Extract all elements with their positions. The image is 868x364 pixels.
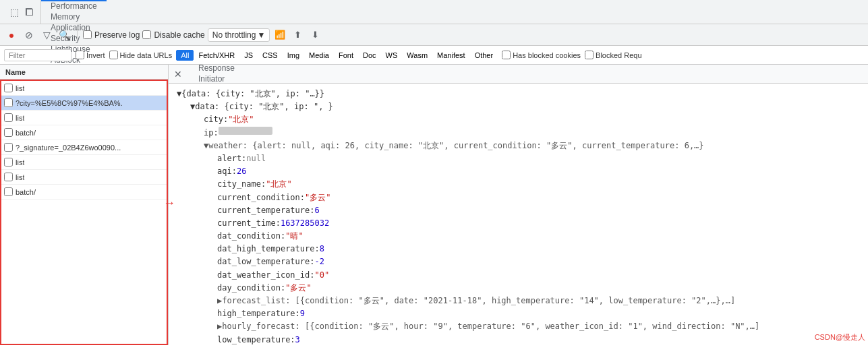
network-item-name: ?_signature=_02B4Z6wo0090... — [16, 144, 121, 152]
preserve-log-checkbox[interactable] — [83, 30, 92, 39]
network-item-checkbox[interactable] — [4, 128, 13, 137]
network-list[interactable]: list?city=%E5%8C%97%E4%BA%.listbatch/?_s… — [0, 80, 168, 345]
filter-type-font[interactable]: Font — [334, 50, 358, 61]
json-line: dat_low_temperature: -2 — [177, 255, 860, 268]
json-line: low_temperature: 3 — [177, 334, 860, 345]
filter-bar: Invert Hide data URLs AllFetch/XHRJSCSSI… — [0, 46, 868, 65]
json-line: dat_weather_icon_id: "0" — [177, 269, 860, 282]
filter-input[interactable] — [4, 49, 71, 61]
disable-cache-label: Disable cache — [154, 30, 204, 40]
json-line: aqi: 26 — [177, 165, 860, 178]
network-item[interactable]: batch/ — [1, 185, 167, 200]
json-line: high_temperature: 9 — [177, 307, 860, 320]
filter-type-img[interactable]: Img — [283, 50, 304, 61]
network-item-name: ?city=%E5%8C%97%E4%BA%. — [16, 99, 123, 107]
network-item-name: list — [16, 84, 24, 92]
json-line: dat_condition: "晴" — [177, 230, 860, 243]
network-toolbar: ● ⊘ ▽ 🔍 Preserve log Disable cache No th… — [0, 24, 868, 46]
network-item-name: list — [16, 114, 24, 122]
sub-tab-response[interactable]: Response — [190, 65, 243, 74]
network-item-checkbox[interactable] — [4, 158, 13, 166]
json-line: current_time: 1637285032 — [177, 217, 860, 230]
disable-cache-check[interactable]: Disable cache — [142, 30, 204, 40]
json-line: day_condition: "多云" — [177, 282, 860, 295]
json-line: city_name: "北京" — [177, 178, 860, 191]
record-button[interactable]: ● — [4, 28, 19, 42]
download-icon[interactable]: ⬇ — [308, 28, 322, 42]
network-item[interactable]: batch/ — [1, 125, 167, 140]
blocked-req-check[interactable]: Blocked Requ — [585, 51, 642, 59]
has-blocked-checkbox[interactable] — [502, 51, 511, 59]
network-item[interactable]: list — [1, 170, 167, 185]
wifi-icon[interactable]: 📶 — [272, 28, 287, 42]
toolbar-separator — [77, 29, 78, 41]
name-column-header: Name — [5, 68, 26, 76]
throttle-chevron: ▼ — [257, 30, 265, 40]
json-line: ▶forecast_list: [{condition: "多云", date:… — [177, 295, 860, 307]
json-line: city: "北京" — [177, 113, 860, 126]
blocked-req-checkbox[interactable] — [585, 51, 594, 59]
invert-label: Invert — [86, 51, 105, 59]
network-item-name: batch/ — [16, 129, 36, 137]
network-item[interactable]: ?_signature=_02B4Z6wo0090... — [1, 140, 167, 155]
network-item-name: list — [16, 158, 24, 166]
tab-bar: ⬚ ⧠ ElementsConsoleSourcesNetworkPerform… — [0, 0, 868, 24]
arrow-indicator: → — [163, 196, 175, 210]
filter-type-css[interactable]: CSS — [258, 50, 283, 61]
network-item-checkbox[interactable] — [4, 98, 13, 107]
hide-data-label: Hide data URLs — [120, 51, 173, 59]
network-item-name: batch/ — [16, 188, 36, 196]
hide-data-check[interactable]: Hide data URLs — [109, 51, 173, 59]
preserve-log-label: Preserve log — [94, 30, 140, 40]
network-item-checkbox[interactable] — [4, 187, 13, 196]
invert-check[interactable]: Invert — [76, 51, 105, 59]
filter-type-doc[interactable]: Doc — [358, 50, 381, 61]
network-item-checkbox[interactable] — [4, 113, 13, 122]
json-line: ▼weather: {alert: null, aqi: 26, city_na… — [177, 140, 860, 152]
json-line: ▼{data: {city: "北京", ip: "…}} — [177, 88, 860, 100]
filter-type-media[interactable]: Media — [304, 50, 334, 61]
preview-content[interactable]: ▼{data: {city: "北京", ip: "…}}▼data: {cit… — [169, 84, 868, 345]
devtools-icons: ⬚ ⧠ — [3, 0, 41, 24]
tab-memory[interactable]: Memory — [41, 12, 107, 23]
network-item[interactable]: list — [1, 111, 167, 125]
filter-type-js[interactable]: JS — [239, 50, 258, 61]
network-item-checkbox[interactable] — [4, 84, 13, 92]
inspect-icon[interactable]: ⬚ — [8, 6, 20, 18]
blocked-req-label: Blocked Requ — [596, 51, 642, 59]
main-content: Name list?city=%E5%8C%97%E4%BA%.listbatc… — [0, 65, 868, 345]
left-panel: Name list?city=%E5%8C%97%E4%BA%.listbatc… — [0, 65, 169, 345]
filter-type-fetch/xhr[interactable]: Fetch/XHR — [194, 50, 239, 61]
disable-cache-checkbox[interactable] — [142, 30, 151, 39]
upload-icon[interactable]: ⬆ — [290, 28, 305, 42]
tab-performance[interactable]: Performance — [41, 1, 107, 12]
has-blocked-check[interactable]: Has blocked cookies — [502, 51, 581, 59]
has-blocked-label: Has blocked cookies — [513, 51, 581, 59]
device-icon[interactable]: ⧠ — [23, 6, 35, 18]
json-line: current_temperature: 6 — [177, 204, 860, 217]
filter-button[interactable]: ▽ — [39, 28, 54, 42]
network-item[interactable]: list — [1, 81, 167, 96]
stop-button[interactable]: ⊘ — [22, 28, 36, 42]
network-item-checkbox[interactable] — [4, 143, 13, 152]
filter-type-all[interactable]: All — [176, 50, 194, 61]
network-item[interactable]: list — [1, 155, 167, 170]
filter-type-other[interactable]: Other — [470, 50, 498, 61]
search-button[interactable]: 🔍 — [57, 28, 71, 42]
json-line: alert: null — [177, 152, 860, 165]
left-panel-header: Name — [0, 65, 168, 80]
throttle-select[interactable]: No throttling ▼ — [208, 28, 270, 42]
filter-type-manifest[interactable]: Manifest — [432, 50, 470, 61]
network-item-checkbox[interactable] — [4, 173, 13, 181]
network-item[interactable]: ?city=%E5%8C%97%E4%BA%. — [1, 96, 167, 111]
filter-type-ws[interactable]: WS — [381, 50, 403, 61]
preserve-log-check[interactable]: Preserve log — [83, 30, 140, 40]
invert-checkbox[interactable] — [76, 51, 84, 59]
right-panel: ✕ HeadersPreviewResponseInitiatorTimingC… — [169, 65, 868, 345]
close-panel-button[interactable]: ✕ — [171, 67, 185, 81]
filter-type-wasm[interactable]: Wasm — [402, 50, 432, 61]
filter-type-buttons: AllFetch/XHRJSCSSImgMediaFontDocWSWasmMa… — [176, 50, 498, 61]
hide-data-checkbox[interactable] — [109, 51, 118, 59]
json-line: current_condition: "多云" — [177, 191, 860, 204]
watermark: CSDN@慢走人 — [815, 332, 865, 342]
